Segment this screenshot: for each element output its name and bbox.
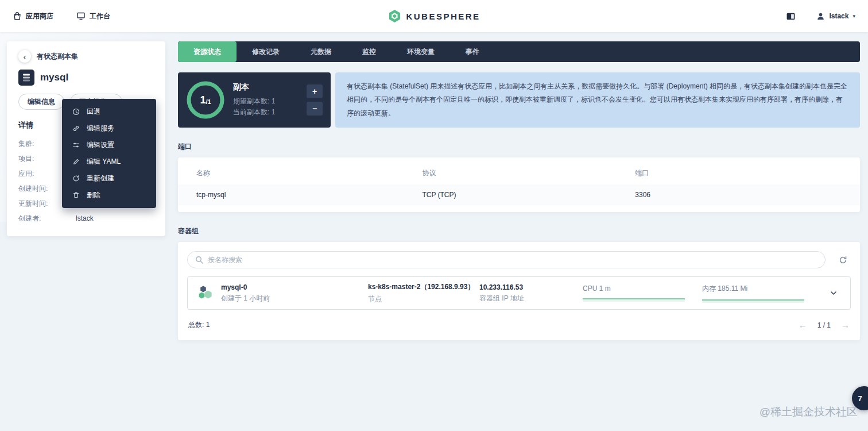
username: lstack	[829, 12, 848, 20]
ports-card: 名称 协议 端口 tcp-mysql TCP (TCP) 3306	[178, 157, 860, 212]
ports-col-port: 端口	[635, 168, 842, 178]
resource-title: mysql	[40, 72, 68, 83]
back-label[interactable]: 有状态副本集	[37, 52, 78, 61]
more-actions-menu: 回退 编辑服务 编辑设置 编辑 YAML 重新创建	[62, 99, 156, 208]
kubesphere-logo[interactable]: KUBESPHERE	[388, 9, 480, 23]
pod-ip-cell: 10.233.116.53 容器组 IP 地址	[479, 283, 576, 303]
kubesphere-logo-icon	[388, 9, 401, 23]
tab-env-variables[interactable]: 环境变量	[392, 41, 450, 62]
nav-app-store[interactable]: 应用商店	[13, 11, 53, 21]
prev-page-icon[interactable]: ←	[799, 320, 807, 330]
cpu-sparkline	[583, 294, 685, 302]
pod-memory-value: 内存 185.11 Mi	[702, 284, 819, 294]
panel-icon[interactable]	[786, 11, 796, 21]
menu-item-delete[interactable]: 删除	[62, 187, 156, 203]
search-input[interactable]	[208, 256, 817, 264]
header-right: lstack ▾	[786, 11, 855, 21]
menu-item-label: 删除	[87, 190, 100, 200]
top-bar: 应用商店 工作台 KUBESPHERE lstack ▾	[0, 0, 868, 32]
menu-item-label: 回退	[87, 107, 100, 117]
menu-item-edit-service[interactable]: 编辑服务	[62, 120, 156, 137]
main-content: 资源状态 修改记录 元数据 监控 环境变量 事件 1 /1 副本 期望副本数: …	[178, 41, 860, 340]
scale-controls: + −	[307, 84, 323, 116]
tab-bar: 资源状态 修改记录 元数据 监控 环境变量 事件	[178, 41, 860, 62]
pagination: ← 1 / 1 →	[799, 320, 850, 330]
menu-item-recreate[interactable]: 重新创建	[62, 170, 156, 187]
pod-search[interactable]	[187, 251, 826, 268]
replica-current: 当前副本数: 1	[233, 107, 299, 118]
ports-col-name: 名称	[196, 168, 422, 178]
pod-node-label: 节点	[368, 294, 472, 304]
pods-card: mysql-0 创建于 1 小时前 ks-k8s-master-2（192.16…	[178, 242, 860, 340]
replica-ratio: 1 /1	[186, 80, 225, 120]
kubesphere-logo-text: KUBESPHERE	[406, 11, 480, 21]
menu-item-label: 编辑设置	[87, 140, 114, 150]
scale-down-button[interactable]: −	[307, 102, 323, 116]
menu-item-label: 编辑 YAML	[87, 157, 121, 167]
menu-item-edit-yaml[interactable]: 编辑 YAML	[62, 153, 156, 170]
workbench-icon	[76, 11, 86, 21]
replica-total-count: /1	[206, 98, 211, 105]
pod-name: mysql-0	[221, 283, 361, 291]
menu-item-edit-settings[interactable]: 编辑设置	[62, 137, 156, 153]
tab-resource-status[interactable]: 资源状态	[178, 41, 237, 62]
refresh-icon[interactable]	[835, 252, 851, 268]
memory-sparkline	[702, 295, 804, 303]
pod-icon	[197, 284, 214, 302]
replica-info: 副本 期望副本数: 1 当前副本数: 1	[233, 82, 299, 117]
pod-created: 创建于 1 小时前	[221, 294, 361, 303]
tab-events[interactable]: 事件	[450, 41, 495, 62]
search-icon	[195, 256, 203, 264]
menu-item-rollback[interactable]: 回退	[62, 103, 156, 120]
pod-row[interactable]: mysql-0 创建于 1 小时前 ks-k8s-master-2（192.16…	[187, 276, 851, 310]
user-menu[interactable]: lstack ▾	[816, 12, 855, 21]
back-row: ‹ 有状态副本集	[18, 50, 154, 63]
pods-section-title: 容器组	[178, 226, 860, 236]
field-value: lstack	[76, 214, 94, 222]
resource-title-row: mysql	[18, 70, 154, 86]
tab-metadata[interactable]: 元数据	[295, 41, 347, 62]
pod-node-cell: ks-k8s-master-2（192.168.9.93） 节点	[368, 282, 472, 304]
delete-icon	[72, 191, 80, 199]
nav-workbench-label: 工作台	[90, 11, 110, 21]
edit-service-icon	[72, 125, 80, 132]
expand-chevron-icon[interactable]	[826, 289, 841, 297]
page-indicator: 1 / 1	[817, 321, 831, 329]
pod-node: ks-k8s-master-2（192.168.9.93）	[368, 282, 472, 292]
nav-workbench[interactable]: 工作台	[76, 11, 110, 21]
next-page-icon[interactable]: →	[841, 320, 850, 330]
app-store-icon	[13, 11, 22, 21]
port-row: tcp-mysql TCP (TCP) 3306	[178, 184, 860, 205]
pod-ip-label: 容器组 IP 地址	[479, 294, 576, 303]
replica-ready-count: 1	[200, 94, 206, 106]
edit-info-button[interactable]: 编辑信息	[18, 94, 64, 110]
replica-ring: 1 /1	[186, 80, 225, 120]
replica-desired: 期望副本数: 1	[233, 96, 299, 107]
ports-section-title: 端口	[178, 142, 860, 152]
pods-total: 总数: 1	[188, 320, 210, 330]
menu-item-label: 重新创建	[87, 174, 114, 183]
tab-change-records[interactable]: 修改记录	[237, 41, 295, 62]
ports-table-header: 名称 协议 端口	[178, 162, 860, 184]
pod-name-cell: mysql-0 创建于 1 小时前	[221, 283, 361, 303]
port-name: tcp-mysql	[196, 191, 422, 199]
pod-memory-cell: 内存 185.11 Mi	[702, 284, 819, 303]
page: 应用商店 工作台 KUBESPHERE lstack ▾	[0, 0, 868, 431]
menu-item-label: 编辑服务	[87, 124, 114, 133]
pods-footer: 总数: 1 ← 1 / 1 →	[187, 320, 851, 331]
rollback-icon	[72, 108, 80, 116]
statefulset-description: 有状态副本集 (StatefulSet) 用来描述有状态应用，比如副本之间有主从…	[335, 72, 860, 128]
detail-field-creator: 创建者: lstack	[18, 211, 154, 226]
recreate-icon	[72, 175, 80, 182]
back-button[interactable]: ‹	[18, 50, 31, 63]
edit-yaml-icon	[72, 158, 80, 166]
corner-badge-count: 7	[858, 394, 862, 403]
watermark: @稀土掘金技术社区	[760, 405, 858, 420]
edit-info-label: 编辑信息	[28, 97, 55, 107]
pod-cpu-cell: CPU 1 m	[583, 284, 695, 302]
caret-down-icon: ▾	[852, 13, 855, 19]
scale-up-button[interactable]: +	[307, 84, 323, 98]
tab-monitoring[interactable]: 监控	[347, 41, 392, 62]
nav-app-store-label: 应用商店	[26, 11, 53, 21]
ports-col-protocol: 协议	[422, 168, 635, 178]
